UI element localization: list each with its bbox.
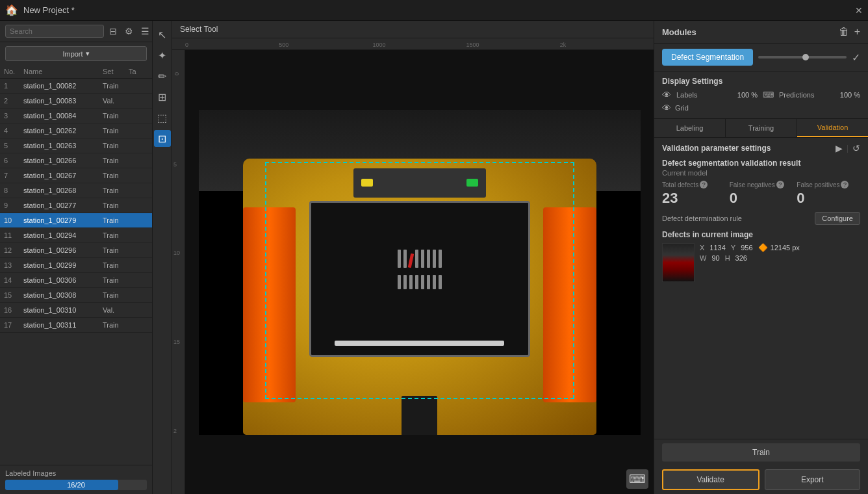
import-label: Import [62,50,83,58]
table-row[interactable]: 17 station_1_00311 Train [0,318,152,333]
row-set: Train [103,261,129,269]
tab-validation[interactable]: Validation [797,119,868,137]
table-row[interactable]: 14 station_1_00306 Train [0,273,152,288]
table-row[interactable]: 12 station_1_00296 Train [0,243,152,258]
configure-button[interactable]: Configure [815,212,860,225]
row-name: station_1_00082 [23,82,103,90]
canvas-with-ruler: 0 5 10 15 2 [172,50,654,494]
total-defects-info[interactable]: ? [700,181,708,188]
row-name: station_1_00277 [23,202,103,209]
row-name: station_1_00310 [23,306,103,314]
table-row[interactable]: 1 station_1_00082 Train [0,79,152,94]
grid-label: Grid [675,104,689,112]
bottom-actions: Train Validate Export [654,439,868,494]
keyboard-icon[interactable]: ⌨ [626,469,648,489]
table-header: No. Name Set Ta [0,65,152,79]
canvas-container[interactable]: ⌨ [185,50,654,494]
table-row[interactable]: 15 station_1_00308 Train [0,288,152,303]
validation-params-arrow[interactable]: ▶ [836,143,843,153]
defect-thumbnail[interactable] [662,243,695,282]
row-set: Train [103,112,129,120]
tab-training[interactable]: Training [726,119,797,137]
y-label: Y [731,244,735,252]
table-row[interactable]: 7 station_1_00267 Train [0,168,152,183]
row-name: station_1_00311 [23,321,103,329]
grid-eye-icon[interactable]: 👁 [662,103,671,113]
table-row[interactable]: 3 station_1_00084 Train [0,109,152,124]
table-row[interactable]: 5 station_1_00263 Train [0,138,152,153]
h-value: 326 [735,254,747,262]
table-row[interactable]: 13 station_1_00299 Train [0,258,152,273]
brush-tool-button[interactable]: ✏ [154,68,171,84]
rule-row: Defect determination rule Configure [662,212,860,225]
row-set: Train [103,127,129,135]
total-defects-label: Total defects [662,181,698,188]
row-set: Train [103,321,129,329]
row-set: Train [103,216,129,224]
validation-params-reset[interactable]: ↺ [852,143,860,153]
table-row[interactable]: 8 station_1_00268 Train [0,183,152,198]
image-filter-icon[interactable]: ⊟ [107,25,120,38]
row-number: 15 [4,291,23,299]
validation-params-title: Validation parameter settings [662,144,771,153]
metrics-row: Total defects ? 23 False negatives ? 0 [662,181,860,207]
seg-slider-thumb[interactable] [802,54,809,60]
row-name: station_1_00263 [23,142,103,150]
import-button[interactable]: Import ▾ [5,46,147,61]
predictions-label: Predictions [779,91,835,99]
rect-tool-button[interactable]: ⬚ [154,109,171,126]
bottom-button-row: Validate Export [654,465,868,494]
row-number: 9 [4,202,23,209]
home-icon[interactable]: 🏠 [5,4,18,16]
image-list: 1 station_1_00082 Train 2 station_1_0008… [0,79,152,465]
row-number: 3 [4,112,23,120]
search-input[interactable] [5,25,104,38]
pointer-tool-button[interactable]: ↖ [154,26,171,43]
project-title: New Project * [23,5,850,15]
seg-slider[interactable] [758,56,847,58]
result-section: Defect segmentation validation result Cu… [662,159,860,207]
export-button[interactable]: Export [765,469,861,490]
select-tool-button[interactable]: ⊡ [154,130,171,147]
validate-button[interactable]: Validate [662,469,760,490]
canvas-area: Select Tool 0 500 1000 1500 2k 0 5 10 15… [172,21,654,494]
labeled-images-title: Labeled Images [5,469,147,477]
list-icon[interactable]: ☰ [138,25,152,38]
table-row[interactable]: 2 station_1_00083 Val. [0,94,152,109]
table-row[interactable]: 6 station_1_00266 Train [0,153,152,168]
close-button[interactable]: ✕ [855,5,863,16]
row-number: 7 [4,172,23,179]
table-row[interactable]: 10 station_1_00279 Train [0,213,152,228]
add-module-button[interactable]: + [854,26,860,38]
labels-eye-icon[interactable]: 👁 [662,90,671,100]
display-settings: Display Settings 👁 Labels 100 % ⌨ Predic… [654,72,868,119]
filter-icon[interactable]: ⚙ [122,25,136,38]
row-set: Train [103,291,129,299]
row-name: station_1_00084 [23,112,103,120]
delete-module-button[interactable]: 🗑 [839,26,849,38]
ruler-horizontal: 0 500 1000 1500 2k [172,38,654,50]
table-row[interactable]: 9 station_1_00277 Train [0,198,152,213]
false-neg-label: False negatives [730,181,775,188]
false-pos-info[interactable]: ? [841,181,849,188]
row-number: 14 [4,276,23,284]
false-neg-info[interactable]: ? [776,181,784,188]
row-set: Train [103,187,129,194]
defect-segmentation-button[interactable]: Defect Segmentation [662,49,753,66]
area-icon: 🔶 [758,243,768,252]
confirm-icon[interactable]: ✓ [852,51,860,64]
table-row[interactable]: 4 station_1_00262 Train [0,124,152,138]
right-panel: Modules 🗑 + Defect Segmentation ✓ Displa… [654,21,868,494]
magic-tool-button[interactable]: ✦ [154,47,171,64]
header-buttons: 🗑 + [839,26,860,38]
crosshair-tool-button[interactable]: ⊞ [154,88,171,105]
table-row[interactable]: 11 station_1_00294 Train [0,228,152,243]
table-row[interactable]: 16 station_1_00310 Val. [0,303,152,318]
x-value: 1134 [709,244,725,252]
row-number: 2 [4,97,23,105]
tabs-row: Labeling Training Validation [654,119,868,138]
tab-labeling[interactable]: Labeling [654,119,726,137]
progress-bar: 16/20 [5,480,147,490]
row-name: station_1_00279 [23,216,103,224]
train-button[interactable]: Train [662,443,860,462]
